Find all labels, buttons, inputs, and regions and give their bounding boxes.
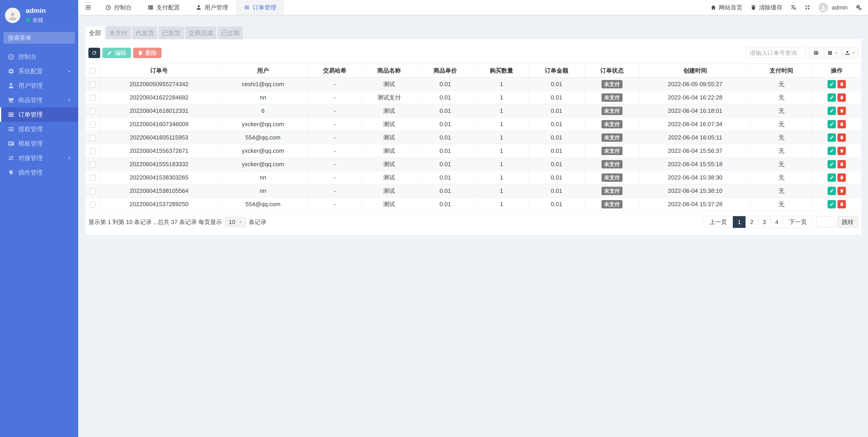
order-search-input[interactable] bbox=[746, 48, 806, 58]
page-jump-input[interactable] bbox=[816, 216, 835, 228]
row-edit-button[interactable] bbox=[828, 160, 836, 168]
trash-icon bbox=[839, 149, 844, 153]
sidebar-search-input[interactable] bbox=[8, 34, 84, 41]
orders-table: 订单号用户交易哈希商品名称商品单价购买数量订单金额订单状态创建时间支付时间操作 … bbox=[86, 64, 861, 211]
column-header-0: 订单号 bbox=[100, 64, 218, 77]
actions-cell bbox=[812, 131, 861, 144]
row-delete-button[interactable] bbox=[837, 107, 846, 115]
toggle-view-button[interactable] bbox=[808, 48, 824, 58]
filter-tab-completed[interactable]: 交易完成 bbox=[185, 27, 216, 39]
pagination-page-1[interactable]: 1 bbox=[733, 216, 745, 228]
delete-button[interactable]: 删除 bbox=[133, 48, 162, 58]
pagination-page-2[interactable]: 2 bbox=[745, 216, 758, 228]
row-checkbox[interactable] bbox=[90, 148, 96, 154]
pagination-page-4[interactable]: 4 bbox=[771, 216, 783, 228]
topbar-home-link[interactable]: 网站首页 bbox=[710, 4, 742, 11]
hash-cell: - bbox=[308, 77, 362, 91]
trash-icon bbox=[839, 162, 844, 166]
filter-tab-to-ship[interactable]: 代发货 bbox=[132, 27, 157, 39]
qty-cell: 1 bbox=[474, 77, 528, 91]
sidebar-item-plugin-management[interactable]: 插件管理 bbox=[0, 165, 78, 180]
table-row: 202206041622284682nn-测试支付0.0110.01未支付202… bbox=[86, 91, 861, 104]
row-checkbox[interactable] bbox=[90, 95, 96, 101]
row-checkbox[interactable] bbox=[90, 122, 96, 127]
pagination-page-3[interactable]: 3 bbox=[758, 216, 770, 228]
row-checkbox[interactable] bbox=[90, 188, 96, 194]
topbar-tab-payment-config[interactable]: 支付配置 bbox=[140, 0, 188, 15]
status-cell: 未支付 bbox=[585, 91, 640, 104]
columns-button[interactable] bbox=[824, 48, 841, 58]
row-edit-button[interactable] bbox=[828, 80, 836, 88]
row-checkbox[interactable] bbox=[90, 82, 96, 88]
row-edit-button[interactable] bbox=[828, 120, 836, 128]
topbar-tab-order-management[interactable]: 订单管理 bbox=[236, 0, 284, 15]
row-delete-button[interactable] bbox=[837, 187, 846, 195]
refresh-button[interactable] bbox=[88, 48, 100, 58]
sidebar-item-system-config[interactable]: 系统配置 bbox=[0, 64, 78, 79]
row-checkbox[interactable] bbox=[90, 108, 96, 114]
status-badge: 未支付 bbox=[601, 80, 622, 88]
row-edit-button[interactable] bbox=[828, 147, 836, 155]
pagination-prev[interactable]: 上一页 bbox=[704, 216, 733, 228]
row-checkbox[interactable] bbox=[90, 162, 96, 167]
filter-tab-expired[interactable]: 已过期 bbox=[218, 27, 243, 39]
sidebar-toggle-icon[interactable] bbox=[85, 4, 92, 11]
row-edit-button[interactable] bbox=[828, 93, 836, 102]
actions-cell bbox=[812, 171, 861, 184]
sidebar-item-order-management[interactable]: 订单管理 bbox=[0, 107, 78, 122]
page-size-select[interactable]: 10 bbox=[225, 217, 246, 227]
sidebar-item-label: 授权管理 bbox=[18, 125, 43, 133]
user-icon bbox=[196, 4, 202, 10]
filter-tab-all[interactable]: 全部 bbox=[86, 27, 104, 39]
sidebar-item-product-management[interactable]: 商品管理 bbox=[0, 93, 78, 107]
sidebar-item-authorization-management[interactable]: 授权管理 bbox=[0, 122, 78, 136]
topbar-tab-label: 订单管理 bbox=[253, 4, 276, 11]
pagination-next[interactable]: 下一页 bbox=[783, 216, 813, 228]
row-delete-button[interactable] bbox=[837, 120, 846, 128]
topbar-profile[interactable]: admin bbox=[818, 3, 848, 12]
row-delete-button[interactable] bbox=[837, 80, 846, 88]
topbar: 控制台支付配置用户管理订单管理 网站首页 清除缓存 bbox=[78, 0, 868, 15]
filter-tab-shipped[interactable]: 已发货 bbox=[159, 27, 184, 39]
hash-cell: - bbox=[308, 197, 362, 211]
row-delete-button[interactable] bbox=[837, 133, 846, 142]
row-delete-button[interactable] bbox=[837, 200, 846, 209]
topbar-language-button[interactable] bbox=[790, 4, 796, 10]
sidebar-search bbox=[3, 32, 75, 43]
row-checkbox[interactable] bbox=[90, 135, 96, 141]
topbar-clear-cache-link[interactable]: 清除缓存 bbox=[750, 4, 782, 11]
row-edit-button[interactable] bbox=[828, 187, 836, 195]
topbar-tab-dashboard[interactable]: 控制台 bbox=[97, 0, 140, 15]
trash-icon bbox=[839, 175, 844, 180]
row-delete-button[interactable] bbox=[837, 93, 846, 102]
topbar-fullscreen-button[interactable] bbox=[804, 4, 810, 10]
app-root: admin 在线 控制台系统配置用户管理商品管理订单管理授权管理模板管理对接管理… bbox=[0, 0, 868, 235]
sidebar-item-user-management[interactable]: 用户管理 bbox=[0, 79, 78, 93]
row-edit-button[interactable] bbox=[828, 107, 836, 115]
sidebar-item-template-management[interactable]: 模板管理 bbox=[0, 136, 78, 151]
row-edit-button[interactable] bbox=[828, 174, 836, 182]
topbar-settings-button[interactable] bbox=[856, 4, 862, 10]
row-delete-button[interactable] bbox=[837, 174, 846, 182]
hash-cell: - bbox=[308, 158, 362, 171]
amount-cell: 0.01 bbox=[529, 144, 585, 158]
user-cell: yxcker@qq.com bbox=[218, 118, 308, 131]
list-icon bbox=[8, 111, 14, 118]
row-delete-button[interactable] bbox=[837, 160, 846, 168]
page-jump-button[interactable]: 跳转 bbox=[837, 216, 858, 228]
topbar-tab-user-management[interactable]: 用户管理 bbox=[188, 0, 236, 15]
select-all-checkbox[interactable] bbox=[90, 68, 96, 74]
row-edit-button[interactable] bbox=[828, 200, 836, 209]
row-checkbox[interactable] bbox=[90, 175, 96, 181]
export-button[interactable] bbox=[841, 48, 859, 58]
row-edit-button[interactable] bbox=[828, 133, 836, 142]
row-delete-button[interactable] bbox=[837, 147, 846, 155]
row-checkbox[interactable] bbox=[90, 202, 96, 208]
filter-tab-unpaid[interactable]: 未支付 bbox=[106, 27, 131, 39]
sidebar-item-dashboard[interactable]: 控制台 bbox=[0, 50, 78, 64]
user-cell: nn bbox=[218, 91, 308, 104]
amount-cell: 0.01 bbox=[529, 158, 585, 171]
sidebar-item-integration-management[interactable]: 对接管理 bbox=[0, 151, 78, 165]
checkbox-cell bbox=[86, 104, 100, 118]
edit-button[interactable]: 编辑 bbox=[102, 48, 131, 58]
